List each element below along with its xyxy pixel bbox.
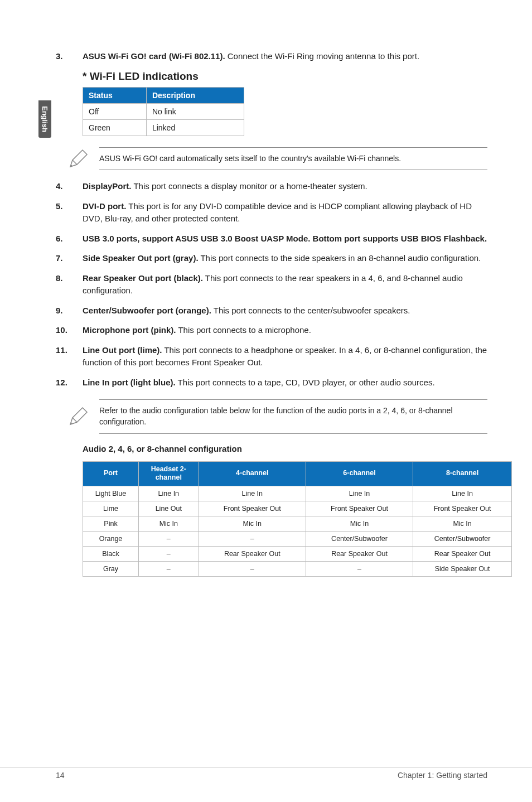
pencil-icon (67, 405, 89, 428)
cell: Front Speaker Out (306, 501, 413, 516)
cell: Line In (306, 486, 413, 501)
wifi-led-heading: * Wi-Fi LED indications (83, 70, 487, 83)
item-number: 11. (56, 344, 83, 369)
table-header-row: Port Headset 2-channel 4-channel 6-chann… (83, 461, 512, 486)
cell: Mic In (138, 516, 199, 531)
table-row: Black–Rear Speaker OutRear Speaker OutRe… (83, 546, 512, 561)
list-item-4: 4. DisplayPort. This port connects a dis… (56, 180, 487, 192)
table-header-row: Status Description (83, 87, 244, 103)
page-number: 14 (56, 771, 65, 780)
col-2ch: Headset 2-channel (138, 461, 199, 486)
item-text: Microphone port (pink). This port connec… (83, 324, 487, 336)
item-bold: Side Speaker Out port (gray). (83, 253, 199, 263)
col-port: Port (83, 461, 139, 486)
list-item-10: 10. Microphone port (pink). This port co… (56, 324, 487, 336)
item-bold: Line Out port (lime). (83, 345, 162, 355)
cell: Front Speaker Out (199, 501, 306, 516)
audio-table-wrap: Port Headset 2-channel 4-channel 6-chann… (83, 461, 512, 577)
table-row: Light BlueLine InLine InLine InLine In (83, 486, 512, 501)
cell: – (138, 546, 199, 561)
cell: Orange (83, 531, 139, 546)
item-bold: DVI-D port. (83, 201, 126, 211)
cell: Mic In (199, 516, 306, 531)
item-bold: DisplayPort. (83, 181, 132, 191)
item-number: 12. (56, 376, 83, 389)
wifi-led-section: * Wi-Fi LED indications Status Descripti… (83, 70, 487, 136)
cell: Linked (146, 119, 244, 136)
table-row: PinkMic InMic InMic InMic In (83, 516, 512, 531)
item-text: Rear Speaker Out port (black). This port… (83, 272, 487, 297)
col-6ch: 6-channel (306, 461, 413, 486)
chapter-title: Chapter 1: Getting started (398, 771, 487, 780)
item-text: DVI-D port. This port is for any DVI-D c… (83, 200, 487, 225)
table-row: Orange––Center/SubwooferCenter/Subwoofer (83, 531, 512, 546)
list-item-9: 9. Center/Subwoofer port (orange). This … (56, 305, 487, 317)
cell: Line In (199, 486, 306, 501)
col-4ch: 4-channel (199, 461, 306, 486)
item-rest: This port connects to the side speakers … (199, 253, 481, 263)
item-text: Side Speaker Out port (gray). This port … (83, 252, 487, 264)
item-text: Line In port (light blue). This port con… (83, 376, 487, 389)
note-audio-config: Refer to the audio configuration table b… (67, 399, 487, 433)
item-rest: This port connects to a microphone. (176, 325, 311, 335)
item-bold: Microphone port (pink). (83, 325, 176, 335)
col-status: Status (83, 87, 147, 103)
item-number: 7. (56, 252, 83, 264)
item-number: 3. (56, 50, 83, 62)
item-number: 5. (56, 200, 83, 225)
cell: Front Speaker Out (413, 501, 512, 516)
cell: Lime (83, 501, 139, 516)
cell: Center/Subwoofer (413, 531, 512, 546)
list-item-8: 8. Rear Speaker Out port (black). This p… (56, 272, 487, 297)
cell: Mic In (413, 516, 512, 531)
col-8ch: 8-channel (413, 461, 512, 486)
cell: Light Blue (83, 486, 139, 501)
cell: No link (146, 103, 244, 119)
cell: Rear Speaker Out (199, 546, 306, 561)
item-rest: This port connects to a tape, CD, DVD pl… (176, 378, 435, 387)
list-item-7: 7. Side Speaker Out port (gray). This po… (56, 252, 487, 264)
list-item-11: 11. Line Out port (lime). This port conn… (56, 344, 487, 369)
item-text: Center/Subwoofer port (orange). This por… (83, 305, 487, 317)
cell: Rear Speaker Out (413, 546, 512, 561)
page: English 3. ASUS Wi-Fi GO! card (Wi-Fi 80… (0, 0, 532, 802)
cell: Center/Subwoofer (306, 531, 413, 546)
item-number: 9. (56, 305, 83, 317)
language-tab: English (38, 100, 51, 138)
pencil-icon (67, 148, 89, 170)
note-wifi-channels: ASUS Wi-Fi GO! card automatically sets i… (67, 147, 487, 171)
item-rest: This port is for any DVI-D compatible de… (83, 201, 472, 223)
list-item-12: 12. Line In port (light blue). This port… (56, 376, 487, 389)
item-number: 10. (56, 324, 83, 336)
cell: Side Speaker Out (413, 561, 512, 576)
item-number: 6. (56, 233, 83, 245)
wifi-led-table: Status Description Off No link Green Lin… (83, 87, 244, 136)
item-text: Line Out port (lime). This port connects… (83, 344, 487, 369)
cell: Off (83, 103, 147, 119)
cell: Gray (83, 561, 139, 576)
item-text: ASUS Wi-Fi GO! card (Wi-Fi 802.11). Conn… (83, 50, 487, 62)
table-row: Green Linked (83, 119, 244, 136)
item-bold: Rear Speaker Out port (black). (83, 273, 203, 283)
list-item-3: 3. ASUS Wi-Fi GO! card (Wi-Fi 802.11). C… (56, 50, 487, 62)
cell: Line In (413, 486, 512, 501)
table-row: Off No link (83, 103, 244, 119)
item-number: 8. (56, 272, 83, 297)
note-text: Refer to the audio configuration table b… (99, 399, 487, 433)
audio-config-heading: Audio 2, 4, 6, or 8-channel configuratio… (83, 444, 487, 453)
col-description: Description (146, 87, 244, 103)
note-text: ASUS Wi-Fi GO! card automatically sets i… (99, 147, 487, 171)
cell: Pink (83, 516, 139, 531)
cell: Green (83, 119, 147, 136)
item-rest: Connect the Wi-Fi Ring moving antenna to… (225, 51, 420, 61)
cell: – (199, 531, 306, 546)
item-text: USB 3.0 ports, support ASUS USB 3.0 Boos… (83, 233, 487, 245)
page-footer: 14 Chapter 1: Getting started (0, 767, 532, 780)
cell: Mic In (306, 516, 413, 531)
item-rest: This port connects a display monitor or … (132, 181, 367, 191)
cell: Black (83, 546, 139, 561)
cell: – (138, 561, 199, 576)
cell: – (306, 561, 413, 576)
table-row: Gray–––Side Speaker Out (83, 561, 512, 576)
cell: Rear Speaker Out (306, 546, 413, 561)
